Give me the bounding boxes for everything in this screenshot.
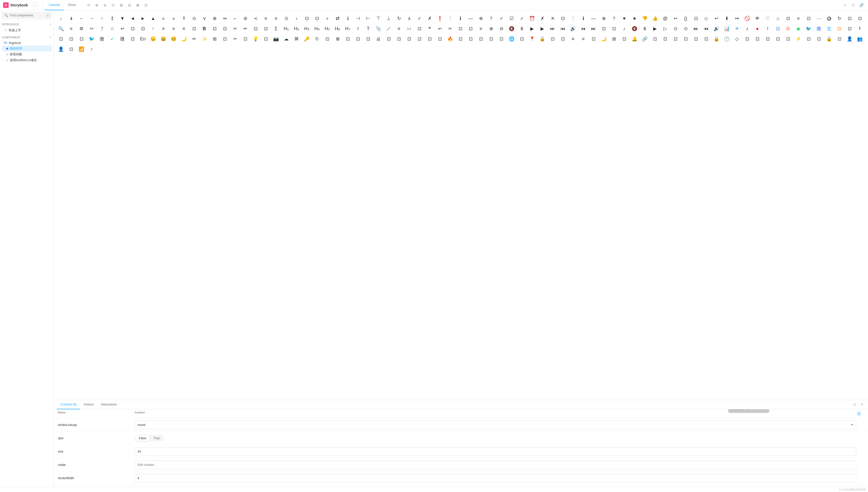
icon-cell[interactable]: ✂ [230,24,240,34]
icon-cell[interactable]: 📶 [76,44,87,54]
icon-cell[interactable]: 🔒 [711,34,722,44]
icon-cell[interactable]: ≡ [476,24,486,34]
icon-cell[interactable]: 🔒 [824,34,834,44]
icon-cell[interactable]: ↩ [670,13,680,24]
icon-cell[interactable]: 🐦 [803,24,814,34]
icon-cell[interactable]: ⊡ [803,34,814,44]
icon-cell[interactable]: ⊡ [363,34,373,44]
icon-cell[interactable]: ⊥ [384,13,394,24]
icon-cell[interactable]: ⏭ [691,24,701,34]
icon-cell[interactable]: ⊤ [373,13,384,24]
icon-cell[interactable]: ⊡ [844,13,855,24]
icon-cell[interactable]: ⊞ [609,34,619,44]
icon-cell[interactable]: H₁ [281,24,291,34]
sidebar-item-anxu[interactable]: 按需加载 [2,51,51,57]
icon-cell[interactable]: ？ [486,13,496,24]
icon-cell[interactable]: ⊡ [650,34,660,44]
icon-cell[interactable]: ❗ [435,13,445,24]
icon-cell[interactable]: ↑ [148,24,158,34]
icon-cell[interactable]: ⊡ [476,34,486,44]
icon-cell[interactable]: ✨ [199,34,210,44]
icon-cell[interactable]: ⊙ [680,24,691,34]
icon-cell[interactable]: ⊡ [127,34,138,44]
icon-cell[interactable]: » [168,13,179,24]
spin-toggle-true[interactable]: True [150,436,163,441]
icon-cell[interactable]: ◄ [127,13,138,24]
icon-cell[interactable]: ⊣ [353,13,363,24]
sidebar-item-quickstart[interactable]: 📄 快速上手 [2,27,51,33]
icon-cell[interactable]: ← [76,13,87,24]
icon-cell[interactable]: 🔇 [629,24,640,34]
icon-cell[interactable]: ↻ [394,13,404,24]
icon-cell[interactable]: ∨ [199,13,210,24]
icon-cell[interactable]: 👤 [56,44,66,54]
icon-cell[interactable]: 微 [814,24,824,34]
icon-cell[interactable]: ⊡ [588,34,599,44]
icon-cell[interactable]: ≡ [66,24,76,34]
icon-cell[interactable]: ⊡ [752,34,763,44]
icon-cell[interactable]: ／ [384,24,394,34]
icon-cell[interactable]: ⤴ [97,24,107,34]
icon-cell[interactable]: 🕐 [722,34,732,44]
icon-cell[interactable]: ⊡ [384,34,394,44]
icon-cell[interactable]: H₆ [332,24,343,34]
external-link-button[interactable]: 🔗 [858,2,865,9]
icon-cell[interactable]: ⊡ [558,13,568,24]
icon-cell[interactable]: {} [680,13,691,24]
sidebar-item-argoicon[interactable]: ArgoIcon [2,41,51,46]
icon-cell[interactable]: H₄ [312,24,322,34]
icon-cell[interactable]: T [363,24,373,34]
icon-cell[interactable]: @ [660,13,670,24]
icon-cell[interactable]: ⊙ [670,24,680,34]
icon-cell[interactable]: ❕ [445,13,455,24]
icon-cell[interactable]: ⊡ [322,34,332,44]
strokewidth-input[interactable] [135,474,856,483]
icon-cell[interactable]: ⊡ [302,13,312,24]
icon-cell[interactable]: 🖨 [373,34,384,44]
icon-cell[interactable]: ⊡ [250,24,261,34]
reload-button[interactable]: ↺ [85,2,92,9]
icon-cell[interactable]: ↻ [834,13,844,24]
icon-cell[interactable]: ⊡ [783,13,793,24]
icon-cell[interactable]: 📷 [271,34,281,44]
icon-cell[interactable]: 🐦 [87,34,97,44]
icon-cell[interactable]: ⊡ [834,34,844,44]
new-window-button[interactable]: ⬡ [849,2,857,9]
icon-cell[interactable]: ✏ [189,34,199,44]
icon-cell[interactable]: ⌐ [230,13,240,24]
rotate-input[interactable] [135,461,856,469]
icon-cell[interactable]: 微 [117,34,127,44]
icon-cell[interactable]: ≡ [271,13,281,24]
icon-cell[interactable]: 🔗 [640,34,650,44]
icon-cell[interactable]: 🌙 [599,34,609,44]
icon-cell[interactable]: ⊚ [240,13,250,24]
icon-cell[interactable]: 🔊 [711,24,722,34]
icon-cell[interactable]: ⊡ [803,13,814,24]
icon-cell[interactable]: ⇔ [220,13,230,24]
icon-cell[interactable]: ▶ [527,24,537,34]
icon-cell[interactable]: H₇ [343,24,353,34]
icon-cell[interactable]: ⊡ [261,24,271,34]
icon-cell[interactable]: 😀 [158,34,168,44]
icon-cell[interactable]: ⊡ [773,34,783,44]
icon-cell[interactable]: ✓ [517,13,527,24]
icon-cell[interactable]: ★ [629,13,640,24]
icon-cell[interactable]: ↑ [97,13,107,24]
icon-cell[interactable]: 🔊 [568,24,578,34]
icon-cell[interactable]: 1:1 [404,24,414,34]
icon-cell[interactable]: ▷ [660,24,670,34]
icon-cell[interactable]: G [783,24,793,34]
zoom-in-button[interactable]: ⊕ [93,2,100,9]
icon-cell[interactable]: ▲ [148,13,158,24]
tab-controls[interactable]: Controls (6) [57,400,80,409]
icon-cell[interactable]: ⊡ [312,13,322,24]
icon-cell[interactable]: ⊡ [701,34,711,44]
icon-cell[interactable]: ⊡ [619,34,629,44]
icon-cell[interactable]: 🔇 [506,24,517,34]
icon-cell[interactable]: ⊡ [240,34,250,44]
icon-cell[interactable]: ⌘ [291,34,302,44]
icon-cell[interactable]: ⊡ [404,34,414,44]
icon-cell[interactable]: ⊕ [476,13,486,24]
icon-cell[interactable]: ✈ [732,24,742,34]
icon-cell[interactable]: ⊡ [66,34,76,44]
